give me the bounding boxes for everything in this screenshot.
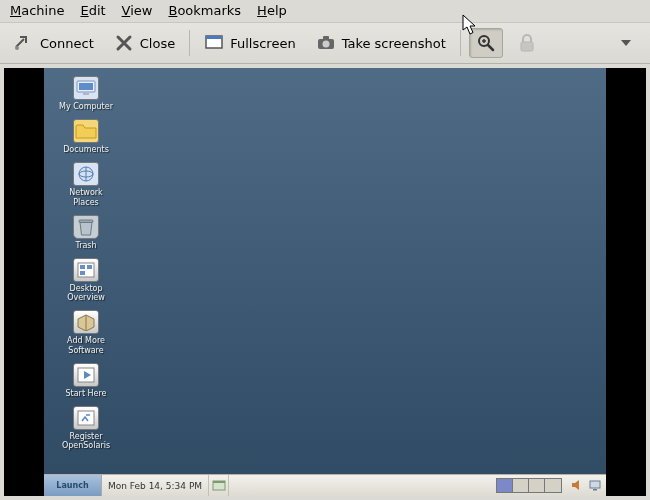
svg-rect-10 <box>521 42 533 51</box>
package-icon <box>73 310 99 334</box>
network-icon <box>73 162 99 186</box>
close-icon <box>114 33 134 53</box>
folder-icon <box>73 119 99 143</box>
close-label: Close <box>140 36 175 51</box>
toolbar-menu-button[interactable] <box>610 29 642 57</box>
desktop-icons-column: My Computer Documents Network Places Tra… <box>56 76 116 450</box>
camera-icon <box>316 33 336 53</box>
desktop-icon-desktop-overview[interactable]: Desktop Overview <box>56 258 116 302</box>
svg-rect-5 <box>323 36 329 40</box>
workspace-2[interactable] <box>513 479 529 492</box>
svg-line-7 <box>488 45 493 50</box>
svg-rect-17 <box>79 220 93 223</box>
menu-edit[interactable]: EditEdit <box>80 3 105 18</box>
connect-label: Connect <box>40 36 94 51</box>
launch-label: Launch <box>56 481 88 490</box>
desktop-icon-label: Documents <box>63 145 109 154</box>
lock-icon <box>517 33 537 53</box>
panel-clock[interactable]: Mon Feb 14, 5:34 PM <box>102 475 209 496</box>
screenshot-button[interactable]: Take screenshot <box>310 29 452 57</box>
toolbar-separator <box>189 30 190 56</box>
desktop-icon-trash[interactable]: Trash <box>56 215 116 250</box>
remote-display-area: My Computer Documents Network Places Tra… <box>4 68 646 496</box>
chevron-down-icon <box>616 33 636 53</box>
clock-text: Mon Feb 14, 5:34 PM <box>108 481 202 491</box>
desktop-icon-my-computer[interactable]: My Computer <box>56 76 116 111</box>
lock-button[interactable] <box>511 29 543 57</box>
connect-icon <box>14 33 34 53</box>
screenshot-label: Take screenshot <box>342 36 446 51</box>
start-here-icon <box>73 363 99 387</box>
desktop-icon-label: Desktop Overview <box>56 284 116 302</box>
toolbar: Connect Close Fullscreen Take screenshot <box>0 23 650 64</box>
desktop-icon-label: Register OpenSolaris <box>56 432 116 450</box>
desktop-icon-label: Add More Software <box>56 336 116 354</box>
zoom-button[interactable] <box>469 28 503 58</box>
menubar: MMachineachine EditEdit ViewView Bookmar… <box>0 0 650 23</box>
menu-view[interactable]: ViewView <box>122 3 153 18</box>
zoom-icon <box>476 33 496 53</box>
svg-rect-30 <box>590 481 600 488</box>
desktop-icon-register-opensolaris[interactable]: Register OpenSolaris <box>56 406 116 450</box>
desktop-icon-add-more-software[interactable]: Add More Software <box>56 310 116 354</box>
fullscreen-icon <box>204 33 224 53</box>
desktop-icon-label: My Computer <box>59 102 113 111</box>
desktop-icon-network-places[interactable]: Network Places <box>56 162 116 206</box>
trash-icon <box>73 215 99 239</box>
overview-icon <box>73 258 99 282</box>
system-tray <box>566 478 606 494</box>
guest-desktop[interactable]: My Computer Documents Network Places Tra… <box>44 68 606 496</box>
fullscreen-button[interactable]: Fullscreen <box>198 29 301 57</box>
toolbar-separator-2 <box>460 30 461 56</box>
desktop-icon-start-here[interactable]: Start Here <box>56 363 116 398</box>
connect-button[interactable]: Connect <box>8 29 100 57</box>
menu-machine[interactable]: MMachineachine <box>10 3 64 18</box>
desktop-icon-label: Trash <box>75 241 96 250</box>
svg-rect-20 <box>87 265 92 269</box>
workspace-3[interactable] <box>529 479 545 492</box>
volume-icon[interactable] <box>570 478 584 494</box>
svg-point-4 <box>322 41 329 48</box>
svg-marker-29 <box>572 480 579 490</box>
launch-button[interactable]: Launch <box>44 475 102 496</box>
computer-icon <box>73 76 99 100</box>
menu-help[interactable]: HelpHelp <box>257 3 287 18</box>
svg-rect-12 <box>79 83 93 90</box>
network-tray-icon[interactable] <box>588 478 602 494</box>
show-desktop-button[interactable] <box>209 475 229 496</box>
fullscreen-label: Fullscreen <box>230 36 295 51</box>
close-button[interactable]: Close <box>108 29 181 57</box>
menu-bookmarks[interactable]: BookmarksBookmarks <box>168 3 241 18</box>
svg-rect-21 <box>80 271 85 275</box>
register-icon <box>73 406 99 430</box>
workspace-4[interactable] <box>545 479 561 492</box>
svg-rect-13 <box>83 93 89 95</box>
svg-rect-28 <box>213 481 225 483</box>
guest-panel: Launch Mon Feb 14, 5:34 PM <box>44 474 606 496</box>
desktop-icon-label: Network Places <box>56 188 116 206</box>
show-desktop-icon <box>212 480 226 492</box>
desktop-icon-label: Start Here <box>65 389 106 398</box>
svg-point-0 <box>15 46 19 50</box>
svg-rect-2 <box>206 36 222 39</box>
workspace-pager[interactable] <box>496 478 562 493</box>
desktop-icon-documents[interactable]: Documents <box>56 119 116 154</box>
svg-rect-19 <box>80 265 85 269</box>
svg-rect-31 <box>593 489 597 491</box>
workspace-1[interactable] <box>497 479 513 492</box>
